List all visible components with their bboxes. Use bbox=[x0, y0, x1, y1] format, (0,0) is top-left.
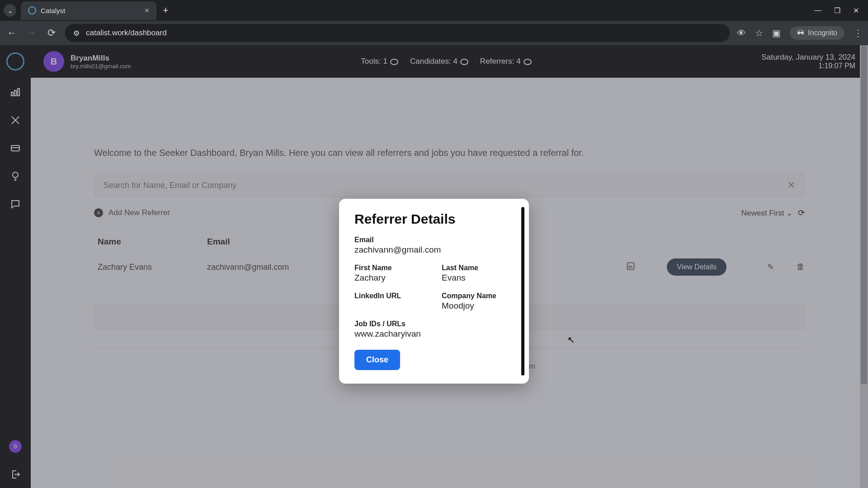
close-button[interactable]: Close bbox=[354, 350, 400, 370]
site-settings-icon[interactable]: ⚙ bbox=[73, 29, 80, 38]
close-window-button[interactable]: ✕ bbox=[853, 6, 859, 15]
eye-off-icon[interactable]: 👁 bbox=[737, 28, 746, 38]
last-name-value: Evans bbox=[442, 273, 514, 283]
new-tab-button[interactable]: + bbox=[163, 5, 169, 16]
url-text: catalist.work/dashboard bbox=[86, 28, 167, 38]
linkedin-label: LinkedIn URL bbox=[354, 292, 426, 300]
incognito-label: Incognito bbox=[808, 29, 837, 37]
tab-bar: ⌄ Catalyst × + — ❐ ✕ bbox=[0, 0, 868, 21]
jobids-label: Job IDs / URLs bbox=[354, 320, 514, 328]
maximize-button[interactable]: ❐ bbox=[834, 6, 840, 15]
url-input[interactable]: ⚙ catalist.work/dashboard bbox=[65, 24, 730, 42]
first-name-value: Zachary bbox=[354, 273, 426, 283]
email-label: Email bbox=[354, 236, 514, 244]
bookmark-icon[interactable]: ☆ bbox=[755, 28, 763, 38]
browser-tab[interactable]: Catalyst × bbox=[21, 1, 156, 20]
address-bar: ← → ⟳ ⚙ catalist.work/dashboard 👁 ☆ ▣ 🕶 … bbox=[0, 21, 868, 45]
tab-search-button[interactable]: ⌄ bbox=[4, 4, 16, 17]
minimize-button[interactable]: — bbox=[814, 6, 821, 15]
company-value: Moodjoy bbox=[442, 301, 514, 311]
incognito-icon: 🕶 bbox=[797, 29, 804, 37]
last-name-label: Last Name bbox=[442, 264, 514, 272]
modal-scrollbar[interactable] bbox=[521, 207, 524, 375]
company-label: Company Name bbox=[442, 292, 514, 300]
panel-icon[interactable]: ▣ bbox=[772, 28, 781, 38]
jobids-value: www.zacharyivan bbox=[354, 329, 514, 339]
first-name-label: First Name bbox=[354, 264, 426, 272]
modal-title: Referrer Details bbox=[354, 211, 514, 227]
tab-close-icon[interactable]: × bbox=[144, 6, 149, 15]
window-controls: — ❐ ✕ bbox=[814, 6, 864, 15]
browser-menu-button[interactable]: ⋮ bbox=[854, 28, 863, 38]
tab-favicon bbox=[28, 6, 36, 14]
back-button[interactable]: ← bbox=[5, 27, 18, 39]
tab-title: Catalyst bbox=[41, 7, 65, 14]
forward-button[interactable]: → bbox=[25, 27, 38, 39]
email-value: zachivann@gmail.com bbox=[354, 245, 514, 255]
incognito-badge[interactable]: 🕶 Incognito bbox=[790, 26, 844, 40]
referrer-details-modal: Referrer Details Email zachivann@gmail.c… bbox=[339, 199, 529, 384]
reload-button[interactable]: ⟳ bbox=[45, 27, 58, 39]
